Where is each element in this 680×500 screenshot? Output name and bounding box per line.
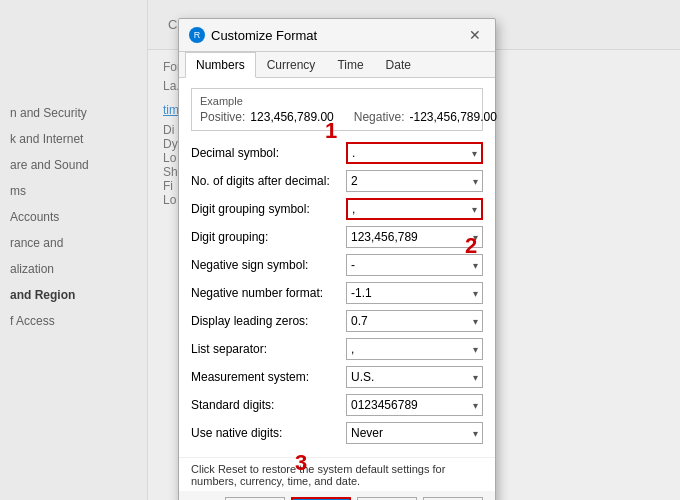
tab-time[interactable]: Time [326,52,374,78]
leading-zeros-value: 0.7 [351,314,473,328]
positive-value: 123,456,789.00 [250,110,333,124]
list-separator-label: List separator: [191,342,346,356]
measurement-arrow: ▾ [473,372,478,383]
digit-grouping-symbol-value: , [352,202,472,216]
standard-digits-label: Standard digits: [191,398,346,412]
decimal-symbol-label: Decimal symbol: [191,146,346,160]
measurement-control[interactable]: U.S. ▾ [346,366,483,388]
negative-format-arrow: ▾ [473,288,478,299]
measurement-label: Measurement system: [191,370,346,384]
negative-format-control[interactable]: -1.1 ▾ [346,282,483,304]
positive-example: Positive: 123,456,789.00 [200,110,334,124]
annotation-1: 1 [325,118,337,144]
field-measurement: Measurement system: U.S. ▾ [191,365,483,389]
native-digits-control[interactable]: Never ▾ [346,422,483,444]
negative-sign-control[interactable]: - ▾ [346,254,483,276]
negative-sign-label: Negative sign symbol: [191,258,346,272]
positive-label: Positive: [200,110,245,124]
negative-example: Negative: -123,456,789.00 [354,110,497,124]
dialog-title-text: Customize Format [211,28,317,43]
leading-zeros-arrow: ▾ [473,316,478,327]
dialog-close-button[interactable]: ✕ [465,25,485,45]
dialog-footer: Reset OK Cancel Apply [179,491,495,500]
digit-grouping-label: Digit grouping: [191,230,346,244]
annotation-3: 3 [295,450,307,476]
digits-after-decimal-control[interactable]: 2 ▾ [346,170,483,192]
standard-digits-arrow: ▾ [473,400,478,411]
list-separator-arrow: ▾ [473,344,478,355]
standard-digits-value: 0123456789 [351,398,473,412]
negative-sign-value: - [351,258,473,272]
standard-digits-control[interactable]: 0123456789 ▾ [346,394,483,416]
field-leading-zeros: Display leading zeros: 0.7 ▾ [191,309,483,333]
tab-numbers[interactable]: Numbers [185,52,256,78]
digits-after-decimal-value: 2 [351,174,473,188]
field-list-separator: List separator: , ▾ [191,337,483,361]
field-standard-digits: Standard digits: 0123456789 ▾ [191,393,483,417]
field-digit-grouping-symbol: Digit grouping symbol: , ▾ [191,197,483,221]
field-digit-grouping: Digit grouping: 123,456,789 ▾ [191,225,483,249]
native-digits-value: Never [351,426,473,440]
example-label: Example [200,95,474,107]
negative-sign-arrow: ▾ [473,260,478,271]
field-negative-format: Negative number format: -1.1 ▾ [191,281,483,305]
digit-grouping-symbol-arrow: ▾ [472,204,477,215]
list-separator-value: , [351,342,473,356]
negative-format-value: -1.1 [351,286,473,300]
list-separator-control[interactable]: , ▾ [346,338,483,360]
measurement-value: U.S. [351,370,473,384]
field-decimal-symbol: Decimal symbol: . ▾ [191,141,483,165]
footer-note: Click Reset to restore the system defaul… [179,457,495,491]
tab-date[interactable]: Date [375,52,422,78]
decimal-symbol-value: . [352,146,472,160]
dialog-title-left: R Customize Format [189,27,317,43]
digit-grouping-symbol-control[interactable]: , ▾ [346,198,483,220]
digit-grouping-value: 123,456,789 [351,230,473,244]
customize-format-dialog: R Customize Format ✕ Numbers Currency Ti… [178,18,496,500]
digit-grouping-symbol-label: Digit grouping symbol: [191,202,346,216]
dialog-app-icon: R [189,27,205,43]
footer-note-text: Click Reset to restore the system defaul… [191,463,445,487]
negative-format-label: Negative number format: [191,286,346,300]
native-digits-arrow: ▾ [473,428,478,439]
annotation-2: 2 [465,233,477,259]
leading-zeros-control[interactable]: 0.7 ▾ [346,310,483,332]
decimal-symbol-control[interactable]: . ▾ [346,142,483,164]
dialog-tabs: Numbers Currency Time Date [179,52,495,78]
tab-currency[interactable]: Currency [256,52,327,78]
digits-after-decimal-label: No. of digits after decimal: [191,174,346,188]
leading-zeros-label: Display leading zeros: [191,314,346,328]
negative-value: -123,456,789.00 [409,110,496,124]
negative-label: Negative: [354,110,405,124]
digits-after-decimal-arrow: ▾ [473,176,478,187]
decimal-symbol-arrow: ▾ [472,148,477,159]
native-digits-label: Use native digits: [191,426,346,440]
field-native-digits: Use native digits: Never ▾ [191,421,483,445]
digit-grouping-control[interactable]: 123,456,789 ▾ [346,226,483,248]
dialog-titlebar: R Customize Format ✕ [179,19,495,52]
field-digits-after-decimal: No. of digits after decimal: 2 ▾ [191,169,483,193]
field-negative-sign: Negative sign symbol: - ▾ [191,253,483,277]
